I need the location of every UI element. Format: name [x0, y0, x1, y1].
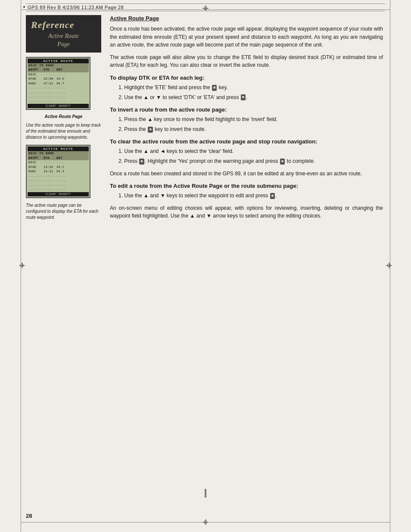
gps-row-2-6: ------ --:-- ----	[28, 183, 89, 188]
gps-screen-2-header: ACTIVE ROUTE	[28, 146, 89, 151]
gps-route-label-1: K0JC TO KHHC	[28, 63, 89, 68]
page-container: GPS 89 Rev B 4/23/96 11:23 AM Page 28 Re…	[0, 0, 411, 532]
gps-row-1-1: K0JC --:-- ----	[28, 72, 89, 77]
body-between-sections: Once a route has been created and stored…	[110, 170, 383, 178]
gps-row-2-3: KHHC 14:21 94.3	[28, 169, 89, 174]
gps-screen-2: ACTIVE ROUTE K0JC TO KHHC WAYPT ETA DST …	[26, 145, 90, 198]
subsection-title-2: To invert a route from the active route …	[110, 106, 383, 113]
step-list-1: 1. Highlight the 'ETE' field and press t…	[110, 84, 383, 101]
step-2-1: 1. Press the key once to move the field …	[110, 115, 383, 124]
gps-row-2-4: ------ --:-- ----	[28, 174, 89, 179]
cross-mid-left	[19, 262, 25, 270]
enter-key-1: ■	[212, 85, 217, 91]
main-content: Active Route Page Once a route has been …	[110, 15, 383, 506]
step-3-1: 1. Use the and keys to select the 'clear…	[110, 147, 383, 156]
step-list-4: 1. Use the and keys to select the waypoi…	[110, 192, 383, 200]
step-1-2: 2. Use the or to select 'DTK' or 'ETA' a…	[110, 93, 383, 102]
enter-key-5: ■	[280, 159, 285, 165]
header-text: GPS 89 Rev B 4/23/96 11:23 AM Page 28	[28, 5, 124, 10]
gps-screen-1-header: ACTIVE ROUTE	[28, 59, 89, 63]
left-sidebar: Reference Active RoutePage ACTIVE ROUTE …	[26, 15, 101, 506]
cross-mid-right	[386, 262, 392, 270]
gps-row-1-4: ------ --:-- ----	[28, 86, 89, 90]
enter-key-4: ■	[139, 159, 144, 165]
section-title: Active Route Page	[110, 15, 383, 22]
gps-col-header-1: WAYPT ETE DST	[28, 68, 89, 72]
step-3-2: 2. Press ■. Highlight the 'Yes' prompt o…	[110, 157, 383, 165]
gps-row-1-3: KHHC 47:51 94.7	[28, 81, 89, 86]
gps-row-1-7: ------ --:-- ----	[28, 100, 89, 104]
intro-para-1: Once a route has been activated, the act…	[110, 25, 383, 49]
gps-route-label-2: K0JC TO KHHC	[28, 151, 89, 156]
sidebar-title-sub: Active RoutePage	[31, 32, 96, 48]
intro-para-2: The active route page will also allow yo…	[110, 53, 383, 69]
screen-description-1: Use the active route page to keep track …	[26, 122, 101, 140]
step-list-3: 1. Use the and keys to select the 'clear…	[110, 147, 383, 165]
gps-row-1-5: ------ --:-- ----	[28, 90, 89, 95]
gps-row-2-7: ------ --:-- ----	[28, 187, 89, 192]
step-2-2: 2. Press the ■ key to invert the route.	[110, 125, 383, 134]
sidebar-title-main: Reference	[31, 19, 96, 31]
gps-screen-1-footer: CLEAR? INVERT?	[28, 104, 89, 108]
enter-key-3: ■	[148, 127, 153, 133]
screen-caption-1: Active Route Page	[26, 114, 101, 119]
gps-row-2-2: KFOE 13:55 43.1	[28, 165, 89, 170]
body-final: An on-screen menu of editing choices wil…	[110, 204, 383, 220]
subsection-title-3: To clear the active route from the activ…	[110, 138, 383, 145]
subsection-title-1: To display DTK or ETA for each leg:	[110, 75, 383, 81]
step-list-2: 1. Press the key once to move the field …	[110, 115, 383, 133]
gps-row-1-2: KFOE 22:00 43.5	[28, 77, 89, 81]
gps-col-header-2: WAYPT ETA DST	[28, 156, 89, 161]
enter-key-6: ■	[270, 193, 275, 199]
cross-bottom-center	[202, 519, 209, 527]
page-number: 28	[26, 513, 32, 519]
header-bar: GPS 89 Rev B 4/23/96 11:23 AM Page 28	[26, 3, 385, 11]
gps-row-1-6: ------ --:-- ----	[28, 95, 89, 100]
step-1-1: 1. Highlight the 'ETE' field and press t…	[110, 84, 383, 92]
bottom-marker	[205, 489, 206, 498]
step-4-1: 1. Use the and keys to select the waypoi…	[110, 192, 383, 200]
gps-row-2-1: K0JC --:-- ----	[28, 160, 89, 165]
gps-row-2-5: ------ --:-- ----	[28, 178, 89, 183]
enter-key-2: ■	[241, 94, 246, 100]
subsection-title-4: To edit a route from the Active Route Pa…	[110, 183, 383, 189]
gps-screen-2-footer: CLEAR? INVERT?	[28, 192, 89, 196]
sidebar-header: Reference Active RoutePage	[26, 15, 101, 53]
gps-screen-1: ACTIVE ROUTE K0JC TO KHHC WAYPT ETE DST …	[26, 57, 90, 110]
dot-top-left	[23, 6, 25, 8]
screen-description-2: The active route page can be configured …	[26, 202, 101, 221]
